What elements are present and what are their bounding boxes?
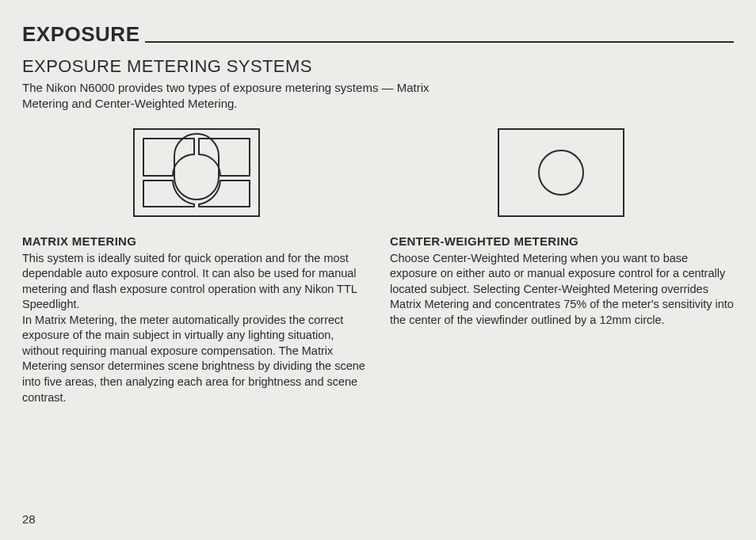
svg-rect-0 (134, 129, 259, 216)
center-heading: CENTER-WEIGHTED METERING (390, 234, 734, 248)
chapter-title: EXPOSURE (22, 22, 145, 47)
center-paragraph-1: Choose Center-Weighted Metering when you… (390, 251, 734, 329)
svg-rect-1 (498, 129, 624, 216)
center-column: CENTER-WEIGHTED METERING Choose Center-W… (390, 234, 734, 406)
svg-point-2 (539, 150, 583, 195)
matrix-heading: MATRIX METERING (22, 234, 366, 248)
columns: MATRIX METERING This system is ideally s… (22, 234, 734, 406)
matrix-paragraph-1: This system is ideally suited for quick … (22, 251, 366, 313)
matrix-paragraph-2: In Matrix Metering, the meter automatica… (22, 313, 366, 405)
intro-paragraph: The Nikon N6000 provides two types of ex… (22, 80, 466, 112)
diagrams-row (22, 128, 734, 217)
matrix-column: MATRIX METERING This system is ideally s… (22, 234, 366, 406)
page-number: 28 (22, 512, 36, 526)
section-title: EXPOSURE METERING SYSTEMS (22, 56, 734, 77)
matrix-metering-diagram (133, 128, 260, 217)
center-weighted-diagram (498, 128, 624, 217)
